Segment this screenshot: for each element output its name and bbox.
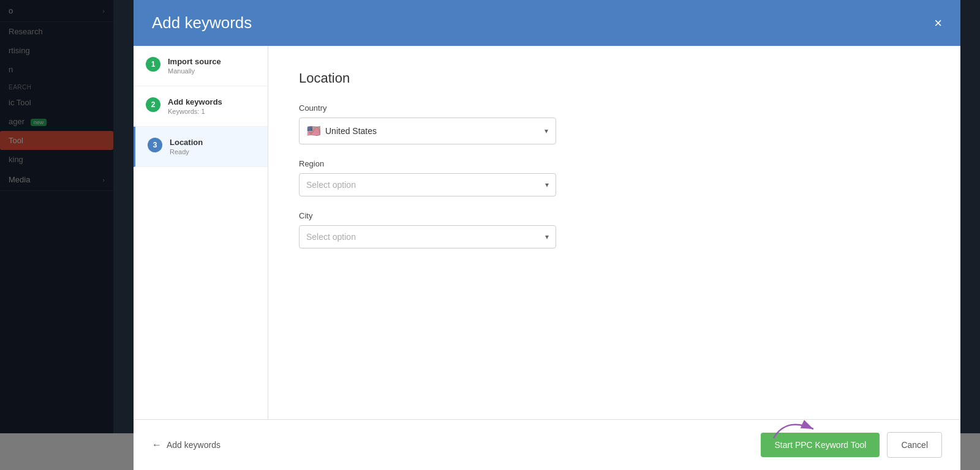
arrow-left-icon: ← — [152, 439, 162, 450]
step-3-subtitle: Ready — [170, 148, 203, 155]
steps-sidebar: 1 Import source Manually 2 Add keywords … — [134, 46, 268, 419]
region-select-wrapper: ▾ Select option — [299, 173, 556, 196]
step-2-title: Add keywords — [168, 97, 222, 106]
step-2[interactable]: 2 Add keywords Keywords: 1 — [134, 86, 268, 127]
step-2-number: 2 — [146, 97, 160, 112]
step-3[interactable]: 3 Location Ready — [134, 127, 268, 167]
modal-close-button[interactable]: × — [934, 17, 942, 30]
country-select[interactable]: 🇺🇸 United States ▾ — [299, 118, 556, 144]
city-select-wrapper: ▾ Select option — [299, 225, 556, 248]
modal-header: Add keywords × — [134, 0, 960, 46]
back-link[interactable]: ← Add keywords — [152, 439, 221, 450]
country-value: United States — [325, 126, 377, 136]
city-select[interactable] — [299, 225, 556, 248]
modal-footer: ← Add keywords Start PPC Keyword Tool Ca… — [134, 419, 960, 470]
step-1[interactable]: 1 Import source Manually — [134, 46, 268, 86]
step-2-info: Add keywords Keywords: 1 — [168, 97, 222, 115]
start-ppc-button[interactable]: Start PPC Keyword Tool — [761, 433, 880, 457]
region-label: Region — [299, 159, 930, 168]
step-3-number: 3 — [148, 138, 162, 152]
modal-body: 1 Import source Manually 2 Add keywords … — [134, 46, 960, 419]
step-3-title: Location — [170, 138, 203, 147]
step-1-title: Import source — [168, 57, 221, 66]
us-flag-icon: 🇺🇸 — [307, 124, 320, 138]
chevron-down-icon: ▾ — [545, 127, 548, 135]
step-1-info: Import source Manually — [168, 57, 221, 75]
city-field-group: City ▾ Select option — [299, 211, 930, 248]
back-label: Add keywords — [167, 440, 221, 450]
city-label: City — [299, 211, 930, 220]
cancel-button[interactable]: Cancel — [887, 432, 942, 458]
step-1-subtitle: Manually — [168, 67, 221, 75]
step-3-info: Location Ready — [170, 138, 203, 155]
region-field-group: Region ▾ Select option — [299, 159, 930, 196]
country-label: Country — [299, 103, 930, 113]
footer-actions: Start PPC Keyword Tool Cancel — [761, 432, 942, 458]
step-1-number: 1 — [146, 57, 160, 72]
modal-content: Location Country 🇺🇸 United States ▾ Regi… — [268, 46, 960, 419]
country-field-group: Country 🇺🇸 United States ▾ — [299, 103, 930, 144]
location-section-title: Location — [299, 70, 930, 86]
add-keywords-modal: Add keywords × 1 Import source Manually … — [134, 0, 960, 470]
region-select[interactable] — [299, 173, 556, 196]
modal-title: Add keywords — [152, 13, 252, 32]
step-2-subtitle: Keywords: 1 — [168, 108, 222, 115]
